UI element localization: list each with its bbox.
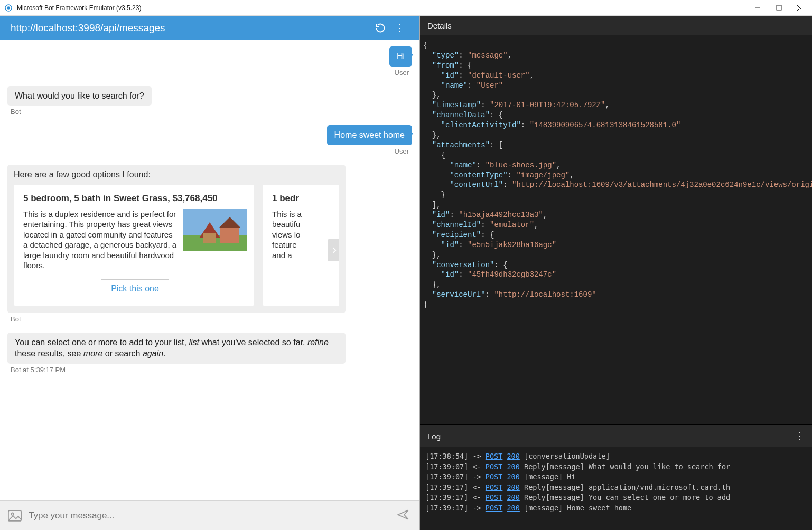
text-fragment: what you've selected so far,	[199, 338, 307, 347]
carousel-intro-text: Here are a few good options I found:	[14, 170, 339, 179]
svg-rect-12	[8, 510, 21, 521]
message-sender-label: Bot	[11, 108, 21, 116]
text-emphasis: more	[83, 349, 102, 358]
text-emphasis: list	[189, 338, 199, 347]
svg-point-13	[11, 513, 13, 515]
log-line[interactable]: [17:39:07] -> POST 200 [message] Hi	[425, 472, 807, 482]
svg-rect-10	[220, 228, 239, 243]
text-fragment: or search	[102, 349, 143, 358]
message-bot-carousel: Here are a few good options I found: 5 b…	[7, 165, 412, 329]
message-composer	[0, 500, 419, 530]
app-icon	[4, 4, 13, 12]
window-maximize-button[interactable]	[774, 3, 783, 13]
log-viewer[interactable]: [17:38:54] -> POST 200 [conversationUpda…	[420, 447, 812, 530]
message-sender-label: User	[395, 147, 409, 155]
address-bar: http://localhost:3998/api/messages	[0, 16, 419, 40]
window-titlebar: Microsoft Bot Framework Emulator (v3.5.2…	[0, 0, 812, 16]
inspector-pane: Details { "type": "message", "from": { "…	[420, 16, 812, 530]
message-user: Hi User	[7, 46, 412, 83]
conversation-scroll[interactable]: Hi User What would you like to search fo…	[0, 40, 419, 500]
window-title: Microsoft Bot Framework Emulator (v3.5.2…	[17, 4, 753, 12]
details-panel-header: Details	[420, 16, 812, 35]
carousel-next-button[interactable]	[328, 239, 339, 261]
text-fragment: these results, see	[15, 349, 83, 358]
message-bubble[interactable]: Home sweet home	[327, 125, 412, 145]
log-panel: Log [17:38:54] -> POST 200 [conversation…	[420, 424, 812, 530]
message-input[interactable]	[29, 510, 390, 521]
log-line[interactable]: [17:39:17] -> POST 200 [message] Home sw…	[425, 503, 807, 514]
text-fragment: .	[163, 349, 165, 358]
send-button[interactable]	[396, 508, 412, 523]
message-bubble[interactable]: What would you like to search for?	[7, 86, 152, 106]
pick-this-one-button[interactable]: Pick this one	[101, 279, 169, 298]
card-thumbnail	[183, 209, 247, 251]
message-bot: You can select one or more to add to you…	[7, 333, 412, 380]
details-header-label: Details	[427, 21, 452, 30]
attach-image-button[interactable]	[7, 510, 22, 522]
details-json-viewer[interactable]: { "type": "message", "from": { "id": "de…	[420, 35, 812, 424]
svg-rect-3	[777, 5, 781, 10]
more-menu-button[interactable]	[390, 22, 409, 34]
text-fragment: You can select one or more to add to you…	[15, 338, 189, 347]
card-description: This is a beautifu views lo feature and …	[272, 209, 302, 261]
message-bubble[interactable]: You can select one or more to add to you…	[7, 333, 346, 364]
chat-pane: http://localhost:3998/api/messages Hi Us…	[0, 16, 420, 530]
svg-rect-9	[203, 233, 216, 243]
log-line[interactable]: [17:39:17] <- POST 200 Reply[message] Yo…	[425, 493, 807, 503]
bot-url-input[interactable]: http://localhost:3998/api/messages	[11, 22, 371, 34]
text-emphasis: refine	[307, 338, 329, 347]
card-description: This is a duplex residence and is perfec…	[23, 209, 177, 271]
card-carousel[interactable]: 5 bedroom, 5 bath in Sweet Grass, $3,768…	[14, 185, 339, 306]
log-line[interactable]: [17:39:17] <- POST 200 Reply[message] ap…	[425, 482, 807, 493]
text-emphasis: again	[143, 349, 163, 358]
window-minimize-button[interactable]	[753, 3, 762, 13]
log-more-button[interactable]	[795, 430, 805, 442]
listing-card[interactable]: 5 bedroom, 5 bath in Sweet Grass, $3,768…	[14, 185, 254, 306]
window-close-button[interactable]	[795, 3, 805, 13]
log-header-label: Log	[427, 432, 441, 441]
message-sender-label: Bot at 5:39:17 PM	[11, 366, 66, 374]
message-bubble[interactable]: Hi	[389, 46, 412, 67]
log-line[interactable]: [17:38:54] -> POST 200 [conversationUpda…	[425, 451, 807, 462]
message-user: Home sweet home User	[7, 125, 412, 162]
message-sender-label: User	[395, 69, 409, 77]
log-line[interactable]: [17:39:07] <- POST 200 Reply[message] Wh…	[425, 462, 807, 472]
refresh-button[interactable]	[371, 23, 390, 33]
card-title: 5 bedroom, 5 bath in Sweet Grass, $3,768…	[23, 193, 247, 204]
log-panel-header: Log	[420, 425, 812, 447]
card-carousel-container: Here are a few good options I found: 5 b…	[7, 165, 346, 313]
message-bot: What would you like to search for? Bot	[7, 86, 412, 122]
card-title: 1 bedr	[272, 193, 339, 204]
message-sender-label: Bot	[11, 315, 21, 323]
svg-point-1	[7, 6, 10, 9]
